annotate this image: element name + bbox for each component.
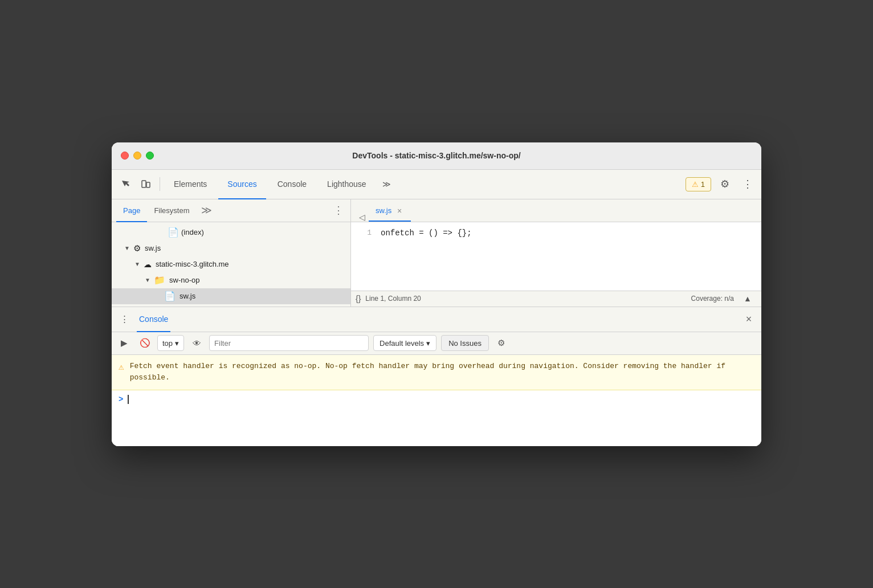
window-title: DevTools - static-misc-3.glitch.me/sw-no… — [352, 151, 520, 160]
tab-sources[interactable]: Sources — [218, 170, 266, 199]
default-levels-selector[interactable]: Default levels ▾ — [373, 335, 436, 351]
inspector-icon-button[interactable] — [116, 175, 134, 193]
tree-arrow-swjs: ▼ — [123, 245, 131, 251]
console-tab-title[interactable]: Console — [137, 307, 170, 332]
console-close-button[interactable]: × — [741, 311, 757, 327]
device-toolbar-button[interactable] — [137, 175, 155, 193]
svg-rect-0 — [142, 181, 146, 187]
devtools-body: Elements Sources Console Lighthouse ≫ ⚠ … — [112, 170, 761, 446]
file-icon: 📄 — [168, 227, 179, 238]
left-panel-options[interactable]: ⋮ — [331, 204, 346, 217]
status-bar-right: Coverage: n/a ▲ — [691, 289, 757, 308]
warning-badge[interactable]: ⚠ 1 — [686, 177, 711, 191]
tab-console[interactable]: Console — [268, 170, 316, 199]
tree-item-domain[interactable]: ▼ ☁ static-misc-3.glitch.me — [112, 256, 350, 272]
right-panel: ◁ sw.js × 1 onfetch = () => {}; {} — [351, 199, 761, 307]
status-bar: {} Line 1, Column 20 Coverage: n/a ▲ — [351, 291, 761, 307]
code-editor[interactable]: 1 onfetch = () => {}; — [351, 222, 761, 291]
tab-page[interactable]: Page — [116, 199, 147, 222]
tree-arrow-folder: ▼ — [144, 277, 152, 283]
live-expressions-button[interactable]: 👁 — [189, 335, 205, 351]
maximize-button[interactable] — [146, 152, 154, 160]
js-file-icon: 📄 — [164, 291, 176, 301]
close-button[interactable] — [121, 152, 129, 160]
filter-input[interactable] — [209, 335, 369, 351]
tree-item-swjs-file[interactable]: 📄 sw.js — [112, 288, 350, 304]
tab-lighthouse[interactable]: Lighthouse — [318, 170, 376, 199]
settings-gear-icon: ⚙ — [133, 243, 141, 254]
more-options-button[interactable]: ⋮ — [739, 175, 757, 193]
collapse-sidebar-icon[interactable]: ◁ — [356, 213, 369, 222]
warning-message-text: Fetch event handler is recognized as no-… — [130, 361, 754, 385]
folder-icon: 📁 — [154, 275, 165, 285]
toolbar-right: ⚠ 1 ⚙ ⋮ — [686, 175, 757, 193]
devtools-window: DevTools - static-misc-3.glitch.me/sw-no… — [112, 142, 761, 446]
console-toolbar: ▶ 🚫 top ▾ 👁 Default levels ▾ — [112, 332, 761, 355]
tab-filesystem[interactable]: Filesystem — [147, 199, 196, 222]
editor-tab-close[interactable]: × — [395, 206, 404, 215]
context-selector[interactable]: top ▾ — [157, 335, 184, 351]
line-content-1: onfetch = () => {}; — [378, 228, 472, 238]
minimize-button[interactable] — [133, 152, 141, 160]
editor-tab-swjs[interactable]: sw.js × — [369, 201, 411, 222]
console-messages: ⚠ Fetch event handler is recognized as n… — [112, 355, 761, 446]
file-tree: 📄 (index) ▼ ⚙ sw.js ▼ ☁ static-misc-3.gl… — [112, 222, 350, 307]
console-settings-button[interactable]: ⚙ — [493, 335, 509, 351]
toolbar-separator — [160, 177, 160, 191]
tree-item-swjs-root[interactable]: ▼ ⚙ sw.js — [112, 240, 350, 256]
console-section: ⋮ Console × ▶ 🚫 top ▾ 👁 — [112, 307, 761, 446]
console-run-button[interactable]: ▶ — [116, 335, 132, 351]
left-panel: Page Filesystem ≫ ⋮ 📄 — [112, 199, 351, 307]
coverage-status: Coverage: n/a — [691, 295, 734, 303]
console-input-line: > — [112, 390, 761, 409]
console-more-options[interactable]: ⋮ — [116, 311, 132, 327]
more-tabs-button[interactable]: ≫ — [378, 170, 395, 199]
coverage-button[interactable]: ▲ — [739, 289, 757, 308]
format-button[interactable]: {} — [356, 294, 361, 303]
svg-rect-1 — [146, 182, 150, 187]
no-issues-button[interactable]: No Issues — [441, 335, 489, 351]
editor-tabs: ◁ sw.js × — [351, 199, 761, 222]
console-header: ⋮ Console × — [112, 307, 761, 332]
tab-elements[interactable]: Elements — [165, 170, 216, 199]
more-left-tabs[interactable]: ≫ — [197, 199, 217, 222]
left-panel-tabs: Page Filesystem ≫ ⋮ — [112, 199, 350, 222]
warning-message-1: ⚠ Fetch event handler is recognized as n… — [112, 355, 761, 391]
tree-arrow-domain: ▼ — [133, 261, 141, 267]
console-cursor — [128, 395, 129, 404]
console-prompt: > — [119, 395, 123, 404]
cursor-position: Line 1, Column 20 — [365, 295, 421, 303]
top-toolbar: Elements Sources Console Lighthouse ≫ ⚠ … — [112, 170, 761, 199]
line-number-1: 1 — [351, 228, 378, 237]
settings-button[interactable]: ⚙ — [716, 175, 734, 193]
cloud-icon: ☁ — [144, 260, 152, 269]
titlebar: DevTools - static-misc-3.glitch.me/sw-no… — [112, 142, 761, 170]
warning-triangle-icon: ⚠ — [692, 180, 699, 189]
main-content: Page Filesystem ≫ ⋮ 📄 — [112, 199, 761, 307]
console-clear-button[interactable]: 🚫 — [137, 335, 153, 351]
tree-item-index[interactable]: 📄 (index) — [112, 224, 350, 240]
traffic-lights — [121, 152, 154, 160]
warning-triangle-msg-icon: ⚠ — [119, 361, 124, 373]
code-line-1: 1 onfetch = () => {}; — [351, 227, 761, 239]
tree-item-folder[interactable]: ▼ 📁 sw-no-op — [112, 272, 350, 288]
